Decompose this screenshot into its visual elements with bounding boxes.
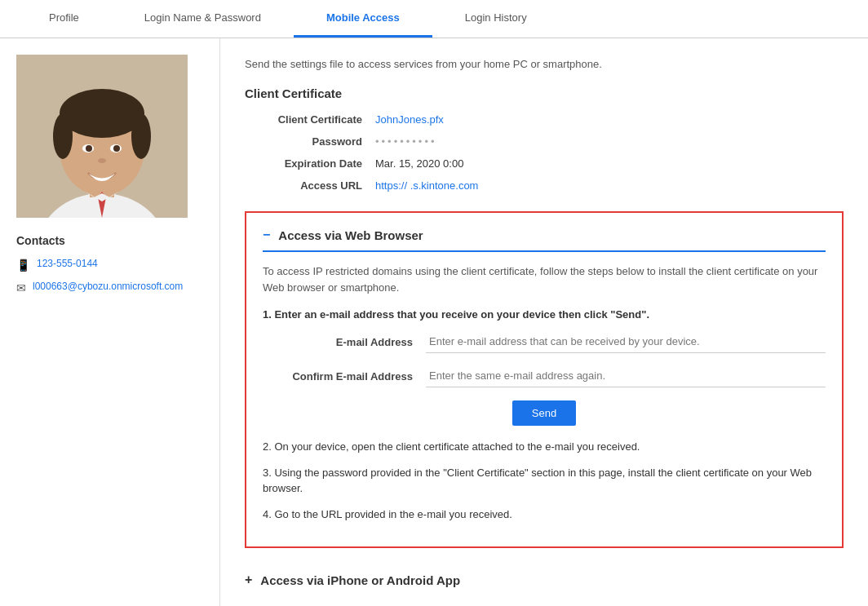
svg-point-11 [98,158,106,163]
client-certificate-row: Client Certificate JohnJones.pfx [245,113,844,126]
email-address: l000663@cybozu.onmicrosoft.com [33,280,183,294]
expand-icon[interactable]: + [245,573,252,587]
confirm-email-form-row: Confirm E-mail Address [263,365,826,387]
collapse-icon[interactable]: − [263,228,270,242]
web-browser-header: − Access via Web Browser [263,228,826,252]
web-browser-title: Access via Web Browser [278,228,423,242]
contacts-title: Contacts [16,234,203,247]
expiration-value: Mar. 15, 2020 0:00 [375,157,463,170]
tab-login-history[interactable]: Login History [432,0,560,38]
web-browser-description: To access IP restricted domains using th… [263,263,826,295]
expiration-row: Expiration Date Mar. 15, 2020 0:00 [245,157,844,170]
tab-mobile-access[interactable]: Mobile Access [294,0,432,38]
step1-text: 1. Enter an e-mail address that you rece… [263,308,826,321]
phone-contact: 📱 123-555-0144 [16,257,203,272]
email-form-row: E-mail Address [263,330,826,353]
send-button-row: Send [263,400,826,426]
app-section-title: Access via iPhone or Android App [260,573,460,587]
svg-point-10 [113,145,120,152]
step4-text: 4. Go to the URL provided in the e-mail … [263,506,826,523]
tab-bar: Profile Login Name & Password Mobile Acc… [0,0,868,38]
info-table: Client Certificate JohnJones.pfx Passwor… [245,113,844,192]
client-certificate-title: Client Certificate [245,86,844,100]
email-input[interactable] [426,330,826,353]
phone-icon: 📱 [16,259,30,272]
page-wrapper: Profile Login Name & Password Mobile Acc… [0,0,868,606]
password-row: Password •••••••••• [245,135,844,148]
email-field-label: E-mail Address [263,336,426,348]
email-contact: ✉ l000663@cybozu.onmicrosoft.com [16,280,203,294]
content-area: Send the settings file to access service… [220,38,868,606]
access-url-value[interactable]: https:// .s.kintone.com [375,179,478,192]
client-certificate-value[interactable]: JohnJones.pfx [375,113,444,126]
tab-profile[interactable]: Profile [16,0,112,38]
phone-number: 123-555-0144 [37,257,98,271]
access-url-label: Access URL [245,179,375,192]
sidebar: Contacts 📱 123-555-0144 ✉ l000663@cybozu… [0,38,220,606]
email-icon: ✉ [16,281,26,294]
intro-text: Send the settings file to access service… [245,58,844,70]
expiration-label: Expiration Date [245,157,375,170]
confirm-email-label: Confirm E-mail Address [263,370,426,383]
web-browser-section: − Access via Web Browser To access IP re… [245,211,844,548]
app-section: + Access via iPhone or Android App [245,564,844,587]
password-label: Password [245,135,375,148]
svg-point-9 [86,145,92,152]
password-value: •••••••••• [375,135,437,148]
client-certificate-label: Client Certificate [245,113,375,126]
svg-point-6 [131,113,151,159]
avatar [16,55,188,218]
tab-login-name-password[interactable]: Login Name & Password [112,0,294,38]
main-layout: Contacts 📱 123-555-0144 ✉ l000663@cybozu… [0,38,868,606]
confirm-email-input[interactable] [426,365,826,387]
access-url-row: Access URL https:// .s.kintone.com [245,179,844,192]
contacts-section: Contacts 📱 123-555-0144 ✉ l000663@cybozu… [16,234,203,294]
send-button[interactable]: Send [512,400,576,426]
svg-point-5 [53,113,73,159]
step3-text: 3. Using the password provided in the "C… [263,465,826,497]
step2-text: 2. On your device, open the client certi… [263,439,826,455]
